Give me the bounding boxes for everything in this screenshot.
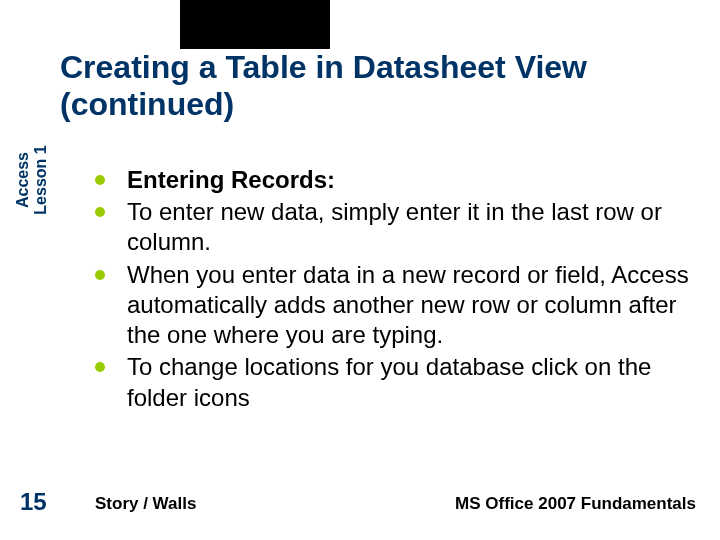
bullet-text: When you enter data in a new record or f… [127, 260, 690, 351]
bullet-icon [95, 175, 105, 185]
bullet-icon [95, 362, 105, 372]
footer-left: Story / Walls [95, 494, 196, 514]
bullet-icon [95, 270, 105, 280]
bullet-list: Entering Records: To enter new data, sim… [95, 165, 690, 413]
bullet-text: To enter new data, simply enter it in th… [127, 197, 690, 257]
list-item: To change locations for you database cli… [95, 352, 690, 412]
sidebar-label: Access Lesson 1 [14, 120, 51, 240]
list-item: To enter new data, simply enter it in th… [95, 197, 690, 257]
sidebar-line2: Lesson 1 [32, 120, 50, 240]
page-number: 15 [20, 488, 47, 516]
decorative-black-box [180, 0, 330, 49]
bullet-text: To change locations for you database cli… [127, 352, 690, 412]
bullet-text: Entering Records: [127, 165, 335, 195]
content-area: Entering Records: To enter new data, sim… [95, 165, 690, 415]
slide-title-block: Creating a Table in Datasheet View (cont… [60, 49, 690, 123]
footer-right: MS Office 2007 Fundamentals [455, 494, 696, 514]
list-item: Entering Records: [95, 165, 690, 195]
bullet-icon [95, 207, 105, 217]
list-item: When you enter data in a new record or f… [95, 260, 690, 351]
sidebar-line1: Access [14, 152, 31, 208]
slide-title: Creating a Table in Datasheet View (cont… [60, 49, 690, 123]
